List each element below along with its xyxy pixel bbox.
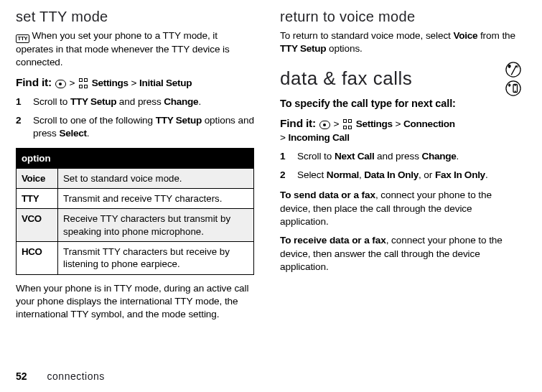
specify-call-type: To specify the call type for next call:: [280, 97, 521, 111]
step-text: Scroll to TTY Setup and press Change.: [33, 95, 201, 108]
return-voice-heading: return to voice mode: [280, 9, 521, 25]
svg-point-3: [515, 66, 516, 67]
gt4: >: [396, 118, 401, 129]
table-row: Voice Set to standard voice mode.: [17, 168, 254, 188]
left-steps: 1 Scroll to TTY Setup and press Change. …: [16, 95, 254, 141]
row-key: TTY: [17, 189, 58, 209]
row-val: Transmit and receive TTY characters.: [58, 189, 254, 209]
path-settings-r: Settings: [356, 118, 393, 129]
right-step-1: 1 Scroll to Next Call and press Change.: [280, 150, 521, 163]
row-val: Set to standard voice mode.: [58, 168, 254, 188]
step-num: 1: [16, 95, 23, 108]
path-initial-setup: Initial Setup: [139, 78, 192, 88]
left-step-1: 1 Scroll to TTY Setup and press Change.: [16, 95, 254, 108]
nav-key-icon: [55, 80, 66, 88]
page-number: 52: [16, 370, 27, 382]
step-text: Select Normal, Data In Only, or Fax In O…: [297, 169, 488, 182]
path-settings: Settings: [92, 78, 129, 88]
menu-grid-icon: [342, 119, 352, 129]
option-header: option: [17, 148, 254, 168]
row-val: Transmit TTY characters but receive by l…: [58, 242, 254, 275]
find-it-right: Find it: > Settings > Connection > Incom…: [280, 116, 521, 144]
table-row: VCO Receive TTY characters but transmit …: [17, 209, 254, 242]
right-steps: 1 Scroll to Next Call and press Change. …: [280, 150, 521, 182]
feature-badges: + +: [501, 62, 521, 96]
tty-intro-text: When you set your phone to a TTY mode, i…: [16, 30, 230, 67]
phone-plus-icon: +: [505, 80, 521, 96]
tty-intro: TTYWhen you set your phone to a TTY mode…: [16, 29, 254, 70]
row-key: Voice: [17, 168, 58, 188]
step-num: 1: [280, 150, 287, 163]
gt2: >: [131, 78, 137, 88]
section-label: connections: [47, 370, 105, 382]
step-text: Scroll to one of the following TTY Setup…: [33, 114, 254, 141]
table-row: HCO Transmit TTY characters but receive …: [17, 242, 254, 275]
gt5: >: [280, 132, 286, 143]
svg-text:+: +: [508, 64, 510, 68]
step-num: 2: [16, 114, 23, 141]
gt3: >: [333, 118, 339, 129]
tty-outro: When your phone is in TTY mode, during a…: [16, 282, 254, 322]
page-footer: 52 connections: [16, 370, 105, 382]
set-tty-heading: set TTY mode: [16, 9, 254, 25]
send-data-fax: To send data or a fax, connect your phon…: [280, 189, 521, 228]
tty-boxed-icon: TTY: [16, 34, 29, 43]
gt1: >: [69, 78, 75, 88]
step-num: 2: [280, 169, 287, 182]
nav-key-icon: [319, 121, 330, 129]
row-key: VCO: [17, 209, 58, 242]
tty-option-table: option Voice Set to standard voice mode.…: [16, 148, 254, 275]
return-voice-text: To return to standard voice mode, select…: [280, 29, 521, 56]
path-connection: Connection: [403, 118, 455, 129]
row-key: HCO: [17, 242, 58, 275]
antenna-plus-icon: +: [505, 62, 521, 78]
row-val: Receive TTY characters but transmit by s…: [58, 209, 254, 242]
data-fax-heading: data & fax calls: [280, 67, 521, 90]
svg-text:+: +: [508, 83, 510, 87]
step-text: Scroll to Next Call and press Change.: [297, 150, 459, 163]
right-step-2: 2 Select Normal, Data In Only, or Fax In…: [280, 169, 521, 182]
menu-grid-icon: [78, 78, 88, 88]
left-step-2: 2 Scroll to one of the following TTY Set…: [16, 114, 254, 141]
receive-data-fax: To receive data or a fax, connect your p…: [280, 234, 521, 274]
find-it-label: Find it:: [16, 76, 52, 88]
path-incoming-call: Incoming Call: [289, 132, 350, 143]
table-row: TTY Transmit and receive TTY characters.: [17, 189, 254, 209]
find-it-left: Find it: > Settings > Initial Setup: [16, 75, 254, 90]
find-it-label: Find it:: [280, 117, 316, 129]
